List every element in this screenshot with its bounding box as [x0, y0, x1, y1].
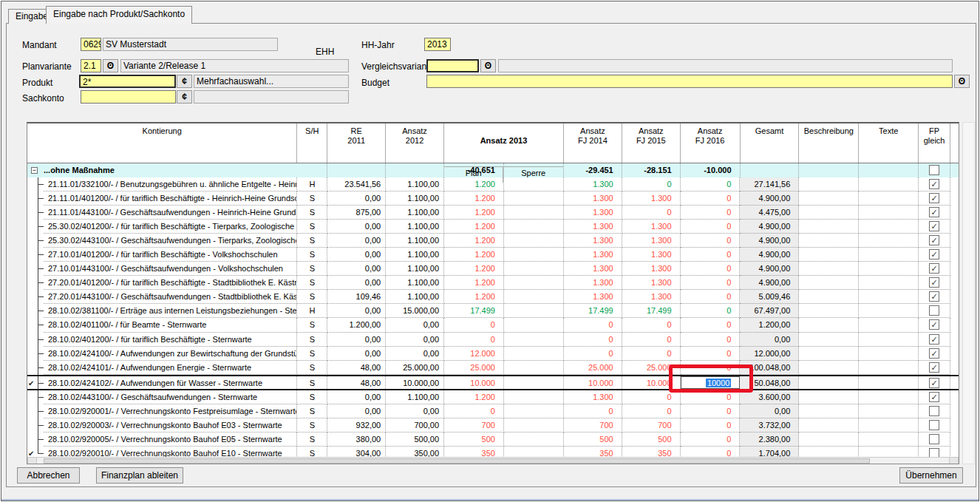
cell-fj-2015[interactable]: 700	[622, 418, 681, 433]
cell-gesamt[interactable]: 4.900,00	[740, 191, 799, 206]
table-row[interactable]: 27.20.01/443100/- / Geschäftsaufwendunge…	[27, 290, 959, 304]
table-row[interactable]: 21.11.01/401200/- / für tariflich Beschä…	[27, 191, 959, 206]
cell-fj-2014[interactable]: 1.300	[564, 234, 622, 248]
cell-texte[interactable]	[859, 262, 919, 276]
cell-gesamt[interactable]: 12.000,00	[740, 347, 799, 361]
cell-re-2011[interactable]: 109,46	[327, 290, 386, 304]
cell-beschreibung[interactable]	[799, 433, 859, 447]
cell-texte[interactable]	[859, 404, 919, 418]
mandant-code-field[interactable]: 0629	[81, 38, 101, 51]
cell-re-2011[interactable]: 0,00	[327, 347, 386, 361]
horizontal-scrollbar[interactable]	[27, 457, 959, 464]
cell-gesamt[interactable]: 4.900,00	[740, 234, 799, 248]
cell-texte[interactable]	[859, 376, 919, 389]
cell-fj-2015[interactable]: 10.000	[622, 376, 681, 389]
cell-plan-2013[interactable]: 1.200	[444, 177, 504, 191]
cell-gesamt[interactable]: 4.475,00	[740, 206, 799, 220]
fp-gleich-checkbox[interactable]: ✓	[929, 291, 939, 302]
cell-fj-2014[interactable]: 25.000	[564, 361, 622, 375]
cell-fj-2014[interactable]: 1.300	[564, 191, 622, 206]
cell-fj-2014[interactable]: 0	[564, 333, 622, 347]
cell-plan-2013[interactable]: 1.200	[444, 220, 504, 234]
group-fp-gleich-checkbox[interactable]	[929, 165, 939, 175]
cell-plan-2013[interactable]: 0	[444, 333, 504, 347]
cell-fj-2014[interactable]: 700	[564, 418, 622, 433]
cell-plan-2013[interactable]: 1.200	[444, 390, 504, 404]
cell-kontierung[interactable]: 28.10.02/920003/- / Verrechnungskonto Ba…	[44, 418, 297, 433]
cell-beschreibung[interactable]	[799, 361, 859, 375]
hh-jahr-field[interactable]: 2013	[424, 38, 451, 51]
fp-gleich-checkbox[interactable]: ✓	[929, 179, 939, 189]
cell-texte[interactable]	[859, 347, 919, 361]
cell-sperre[interactable]	[504, 177, 564, 191]
cell-plan-2013[interactable]: 25.000	[444, 361, 504, 375]
cell-beschreibung[interactable]	[799, 248, 859, 262]
cell-fj-2016[interactable]: 0	[681, 248, 741, 262]
table-row[interactable]: 28.10.02/401100/- / für Beamte - Sternwa…	[27, 318, 959, 332]
cell-re-2011[interactable]: 0,00	[327, 304, 386, 318]
cell-beschreibung[interactable]	[799, 191, 859, 206]
table-row[interactable]: 27.10.01/443100/- / Geschäftsaufwendunge…	[27, 262, 959, 276]
cell-gesamt[interactable]: 50.048,00	[740, 376, 799, 389]
cell-re-2011[interactable]: 0,00	[327, 191, 386, 206]
cell-gesamt[interactable]: 4.900,00	[740, 262, 799, 276]
cell-sh[interactable]: S	[297, 418, 327, 433]
cell-sperre[interactable]	[504, 191, 564, 206]
cell-gesamt[interactable]: 0,00	[740, 404, 799, 418]
cell-texte[interactable]	[859, 191, 919, 206]
cell-fj-2016[interactable]: 0	[681, 304, 741, 318]
cell-kontierung[interactable]: 28.10.02/381100/- / Erträge aus internen…	[44, 304, 297, 318]
cell-fj-2014[interactable]: 10.000	[564, 376, 622, 389]
cell-fj-2015[interactable]: 500	[622, 433, 681, 447]
cell-fj-2015[interactable]: 0	[622, 390, 681, 404]
cell-kontierung[interactable]: 27.20.01/443100/- / Geschäftsaufwendunge…	[44, 290, 297, 304]
cell-fj-2016[interactable]: 0	[681, 390, 741, 404]
cell-fj-2014[interactable]: 1.300	[564, 390, 622, 404]
cell-kontierung[interactable]: 21.11.01/443100/- / Geschäftsaufwendunge…	[44, 206, 297, 220]
cell-sperre[interactable]	[504, 433, 564, 447]
cell-ansatz-2012[interactable]: 1.100,00	[386, 220, 444, 234]
cell-gesamt[interactable]: 4.900,00	[740, 248, 799, 262]
cell-sh[interactable]: H	[297, 177, 327, 191]
cell-kontierung[interactable]: 27.20.01/401200/- / für tariflich Beschä…	[44, 276, 297, 290]
cell-kontierung[interactable]: 25.30.02/401200/- / für tariflich Beschä…	[44, 220, 297, 234]
produkt-select-button[interactable]: ¢	[177, 75, 192, 88]
scroll-left-arrow[interactable]	[27, 458, 37, 464]
cell-beschreibung[interactable]	[799, 177, 859, 191]
fp-gleich-checkbox[interactable]: ✓	[929, 378, 939, 388]
cell-texte[interactable]	[859, 276, 919, 290]
cell-fj-2015[interactable]: 1.300	[622, 248, 681, 262]
cell-plan-2013[interactable]: 1.200	[444, 262, 504, 276]
cell-sperre[interactable]	[504, 290, 564, 304]
cell-fj-2016[interactable]: 0	[681, 361, 741, 375]
cell-sh[interactable]: S	[297, 390, 327, 404]
fp-gleich-checkbox[interactable]: ✓	[929, 235, 939, 245]
cell-fj-2014[interactable]: 1.300	[564, 206, 622, 220]
cell-re-2011[interactable]: 0,00	[327, 220, 386, 234]
cell-beschreibung[interactable]	[799, 276, 859, 290]
fp-gleich-checkbox[interactable]: ✓	[929, 249, 939, 260]
cell-ansatz-2012[interactable]: 1.100,00	[386, 234, 444, 248]
cell-texte[interactable]	[859, 333, 919, 347]
table-row[interactable]: 28.10.02/401200/- / für tariflich Beschä…	[27, 333, 959, 347]
cell-fj-2015[interactable]: 0	[622, 177, 681, 191]
cell-plan-2013[interactable]: 12.000	[444, 347, 504, 361]
cell-gesamt[interactable]: 3.600,00	[740, 390, 799, 404]
cell-beschreibung[interactable]	[799, 318, 859, 332]
cell-sperre[interactable]	[504, 347, 564, 361]
cell-gesamt[interactable]: 100.048,00	[740, 361, 799, 375]
budget-field[interactable]	[426, 75, 953, 88]
fp-gleich-checkbox[interactable]	[929, 434, 939, 444]
cell-re-2011[interactable]: 0,00	[327, 390, 386, 404]
cell-plan-2013[interactable]: 17.499	[444, 304, 504, 318]
cell-fj-2014[interactable]: 0	[564, 404, 622, 418]
cell-plan-2013[interactable]: 700	[444, 418, 504, 433]
cell-beschreibung[interactable]	[799, 333, 859, 347]
cell-fj-2014[interactable]: 1.300	[564, 276, 622, 290]
cell-fj-2016[interactable]: 0	[681, 418, 741, 433]
cell-re-2011[interactable]: 23.541,56	[327, 177, 386, 191]
cell-fj-2015[interactable]: 0	[622, 318, 681, 332]
cell-sperre[interactable]	[504, 220, 564, 234]
cell-fj-2015[interactable]: 1.300	[622, 220, 681, 234]
cell-beschreibung[interactable]	[799, 234, 859, 248]
